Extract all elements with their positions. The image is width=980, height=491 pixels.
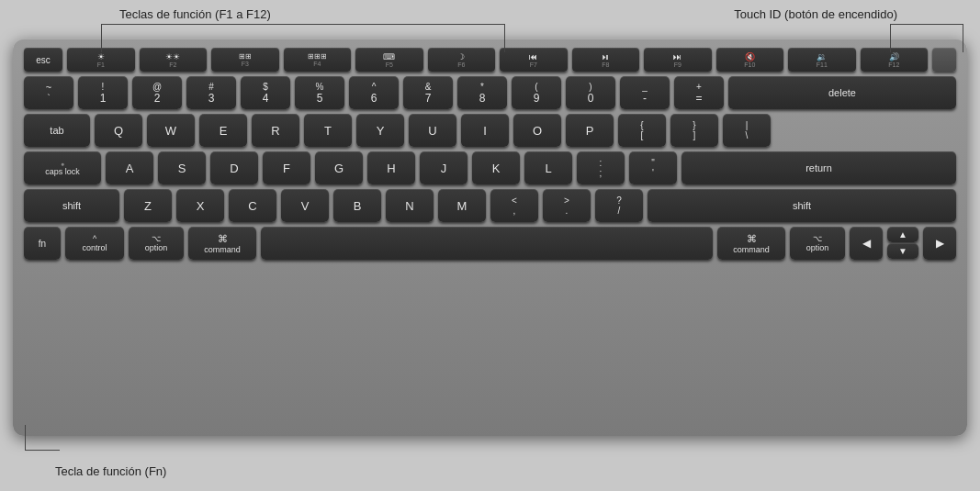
key-period[interactable]: > .: [543, 189, 591, 222]
key-arrow-up[interactable]: ▲: [887, 227, 918, 242]
key-comma[interactable]: < ,: [490, 189, 538, 222]
key-l[interactable]: L: [524, 151, 572, 184]
touchid-annotation-label: Touch ID (botón de encendido): [734, 7, 897, 21]
function-key-row: esc ☀F1 ☀☀F2 ⊞⊞F3 ⊞⊞⊞F4 ⌨F5 ☽F6 ⏮F7 ⏯F8 …: [24, 48, 956, 72]
key-f12[interactable]: 🔊F12: [861, 48, 929, 72]
key-t[interactable]: T: [304, 114, 352, 147]
key-w[interactable]: W: [147, 114, 195, 147]
key-f11[interactable]: 🔉F11: [788, 48, 856, 72]
key-esc[interactable]: esc: [24, 48, 62, 72]
key-1[interactable]: ! 1: [78, 76, 128, 109]
key-semicolon[interactable]: : ;: [577, 151, 625, 184]
shift-key-row: shift Z X C V B N M < , > . ? / shift: [24, 189, 956, 222]
key-arrow-updown: ▲ ▼: [887, 227, 918, 260]
key-n[interactable]: N: [386, 189, 434, 222]
key-s[interactable]: S: [158, 151, 206, 184]
key-9[interactable]: ( 9: [512, 76, 561, 109]
caps-key-row: ●caps lock A S D F G H J K L : ; " ' ret…: [24, 151, 956, 184]
key-capslock[interactable]: ●caps lock: [24, 151, 101, 184]
key-o[interactable]: O: [513, 114, 561, 147]
key-f5[interactable]: ⌨F5: [355, 48, 423, 72]
key-6[interactable]: ^ 6: [349, 76, 399, 109]
fn-annotation-label: Tecla de función (Fn): [55, 464, 166, 478]
key-d[interactable]: D: [210, 151, 258, 184]
key-3[interactable]: # 3: [186, 76, 236, 109]
key-e[interactable]: E: [199, 114, 247, 147]
key-c[interactable]: C: [229, 189, 276, 222]
key-j[interactable]: J: [420, 151, 467, 184]
key-fn[interactable]: fn: [24, 227, 61, 260]
key-control[interactable]: ^ control: [65, 227, 124, 260]
key-f[interactable]: F: [263, 151, 310, 184]
key-u[interactable]: U: [409, 114, 456, 147]
key-option-left[interactable]: ⌥ option: [129, 227, 184, 260]
key-5[interactable]: % 5: [295, 76, 344, 109]
key-m[interactable]: M: [438, 189, 486, 222]
key-equal[interactable]: + =: [674, 76, 724, 109]
key-4[interactable]: $ 4: [241, 76, 290, 109]
key-command-left[interactable]: ⌘ command: [188, 227, 256, 260]
key-quote[interactable]: " ': [629, 151, 677, 184]
f1f12-annotation-label: Teclas de función (F1 a F12): [119, 7, 271, 21]
key-f2[interactable]: ☀☀F2: [140, 48, 208, 72]
key-r[interactable]: R: [252, 114, 299, 147]
key-0[interactable]: ) 0: [566, 76, 615, 109]
key-y[interactable]: Y: [356, 114, 404, 147]
key-k[interactable]: K: [472, 151, 520, 184]
number-key-row: ~ ` ! 1 @ 2 # 3 $ 4 % 5 ^ 6 & 7: [24, 76, 956, 109]
key-space[interactable]: [261, 227, 713, 260]
key-h[interactable]: H: [367, 151, 415, 184]
key-a[interactable]: A: [106, 151, 153, 184]
key-f4[interactable]: ⊞⊞⊞F4: [284, 48, 352, 72]
key-delete[interactable]: delete: [728, 76, 956, 109]
key-command-right[interactable]: ⌘ command: [717, 227, 785, 260]
key-x[interactable]: X: [176, 189, 224, 222]
key-z[interactable]: Z: [124, 189, 172, 222]
key-p[interactable]: P: [566, 114, 614, 147]
key-2[interactable]: @ 2: [132, 76, 182, 109]
key-f1[interactable]: ☀F1: [67, 48, 135, 72]
tab-key-row: tab Q W E R T Y U I O P { [ } ] | \: [24, 114, 956, 147]
key-8[interactable]: * 8: [457, 76, 507, 109]
key-bracket-close[interactable]: } ]: [670, 114, 718, 147]
key-arrow-down[interactable]: ▼: [887, 243, 918, 259]
keyboard: esc ☀F1 ☀☀F2 ⊞⊞F3 ⊞⊞⊞F4 ⌨F5 ☽F6 ⏮F7 ⏯F8 …: [13, 39, 967, 436]
key-q[interactable]: Q: [95, 114, 142, 147]
key-i[interactable]: I: [461, 114, 509, 147]
modifier-key-row: fn ^ control ⌥ option ⌘ command ⌘ comman…: [24, 227, 956, 260]
key-v[interactable]: V: [281, 189, 329, 222]
key-slash[interactable]: ? /: [595, 189, 643, 222]
key-touchid[interactable]: [932, 48, 956, 72]
key-f7[interactable]: ⏮F7: [500, 48, 568, 72]
key-7[interactable]: & 7: [403, 76, 453, 109]
key-g[interactable]: G: [315, 151, 363, 184]
key-bracket-open[interactable]: { [: [618, 114, 666, 147]
key-minus[interactable]: _ -: [620, 76, 670, 109]
key-f10[interactable]: 🔇F10: [716, 48, 784, 72]
key-f9[interactable]: ⏭F9: [644, 48, 712, 72]
key-arrow-left[interactable]: ◀: [850, 227, 883, 260]
key-f8[interactable]: ⏯F8: [572, 48, 640, 72]
key-tab[interactable]: tab: [24, 114, 90, 147]
key-shift-left[interactable]: shift: [24, 189, 119, 222]
key-f6[interactable]: ☽F6: [428, 48, 496, 72]
key-arrow-right[interactable]: ▶: [923, 227, 956, 260]
key-option-right[interactable]: ⌥ option: [790, 227, 845, 260]
key-grave[interactable]: ~ `: [24, 76, 73, 109]
key-backslash[interactable]: | \: [723, 114, 771, 147]
key-return[interactable]: return: [681, 151, 956, 184]
key-f3[interactable]: ⊞⊞F3: [211, 48, 279, 72]
key-b[interactable]: B: [333, 189, 381, 222]
key-shift-right[interactable]: shift: [648, 189, 956, 222]
